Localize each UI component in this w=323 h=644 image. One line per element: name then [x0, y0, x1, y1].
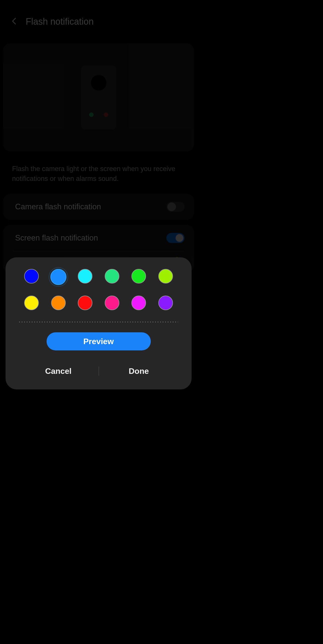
dotted-divider: [19, 322, 178, 322]
flash-green-dot-icon: [89, 112, 94, 117]
page-title: Flash notification: [26, 16, 94, 27]
color-swatch-blue[interactable]: [24, 269, 39, 284]
device-preview-card: [3, 43, 194, 151]
phone-mock-icon: [81, 65, 116, 130]
color-swatch-yellow[interactable]: [24, 296, 39, 310]
sheet-button-row: Cancel Done: [18, 364, 179, 379]
color-swatch-magenta[interactable]: [131, 296, 146, 310]
color-swatch-light-blue[interactable]: [50, 269, 66, 285]
color-swatch-purple[interactable]: [158, 296, 173, 310]
button-separator: [99, 367, 99, 376]
color-swatch-hot-pink[interactable]: [105, 296, 119, 310]
description-text: Flash the camera light or the screen whe…: [0, 156, 197, 189]
preview-button[interactable]: Preview: [47, 332, 151, 350]
header: Flash notification: [0, 0, 197, 34]
color-swatch-cyan[interactable]: [78, 269, 92, 284]
color-swatch-green[interactable]: [131, 269, 146, 284]
cancel-button[interactable]: Cancel: [18, 364, 99, 379]
color-grid: [18, 269, 179, 310]
camera-flash-toggle[interactable]: [166, 202, 185, 212]
camera-flash-label: Camera flash notification: [15, 202, 101, 211]
screen-flash-label: Screen flash notification: [15, 233, 98, 243]
screen-flash-row[interactable]: Screen flash notification: [3, 225, 194, 251]
camera-lens-icon: [91, 75, 106, 91]
back-icon[interactable]: [10, 17, 19, 26]
color-swatch-red[interactable]: [78, 296, 92, 310]
done-button[interactable]: Done: [99, 364, 179, 379]
color-swatch-orange[interactable]: [51, 296, 66, 310]
screen-flash-toggle[interactable]: [166, 233, 185, 243]
camera-flash-row[interactable]: Camera flash notification: [3, 194, 194, 220]
camera-flash-card: Camera flash notification: [3, 194, 194, 220]
color-swatch-lime[interactable]: [158, 269, 173, 284]
color-picker-sheet: Preview Cancel Done: [6, 257, 192, 389]
flash-red-dot-icon: [104, 112, 108, 117]
color-swatch-mint[interactable]: [105, 269, 119, 284]
